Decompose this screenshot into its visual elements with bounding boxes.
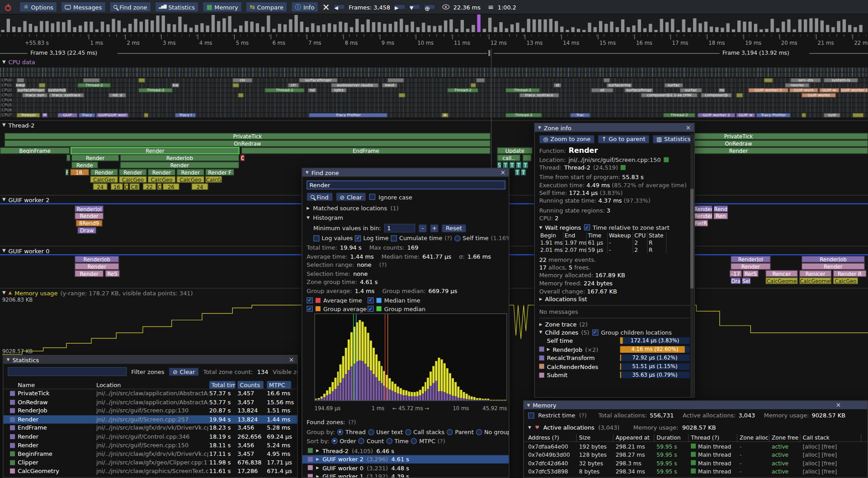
timeline-zone[interactable]: Render (148, 169, 175, 175)
timeline-zone[interactable]: 26 (163, 183, 179, 190)
cpu-zone[interactable]: Thread-2 (505, 113, 542, 118)
decrement-button[interactable]: - (419, 224, 427, 232)
frame-bar[interactable] (261, 27, 264, 32)
free-callstack-link[interactable]: [free] (820, 452, 837, 458)
collapse-icon[interactable]: ▼ (7, 357, 10, 362)
frame-bar[interactable] (488, 18, 491, 32)
column-header-address-[interactable]: Address (?) (526, 434, 577, 442)
timeline-zone[interactable]: Render (75, 263, 119, 270)
cpu-zone[interactable] (144, 113, 148, 118)
timeline-zone[interactable]: Rencer (765, 270, 797, 277)
scrollbar-thumb[interactable] (690, 189, 693, 289)
cpu-zone[interactable]: system@ (47, 88, 66, 93)
frame-bar[interactable] (632, 25, 635, 32)
frame-bar[interactable] (621, 19, 624, 32)
frame-markers[interactable]: Frame 3,193 (22.45 ms) ∥ Frame 3,194 (13… (0, 48, 868, 58)
frame-bar[interactable] (355, 19, 359, 32)
radio-call-stacks[interactable] (405, 429, 411, 435)
close-icon[interactable]: × (686, 125, 691, 131)
frame-bar[interactable] (671, 19, 674, 32)
cpu-zone[interactable]: surfacering (607, 83, 632, 88)
frame-bar[interactable] (654, 30, 657, 32)
timeline-zone[interactable]: Rende (71, 162, 98, 169)
timeline-zone[interactable]: T (521, 169, 526, 175)
frame-bar[interactable] (843, 19, 846, 32)
radio-thread[interactable] (337, 429, 343, 435)
frame-bar[interactable] (737, 21, 741, 32)
frame-bar[interactable] (333, 24, 336, 32)
cpu-zone[interactable]: rworke (785, 83, 809, 88)
cpu-data-header[interactable]: ▼CPU data (2, 58, 35, 66)
frame-bar[interactable] (809, 18, 812, 32)
frame-dropdown-button[interactable]: ▼ (409, 5, 420, 9)
frame-bar[interactable] (84, 21, 87, 32)
frame-bar[interactable] (245, 21, 248, 32)
frame-bar[interactable] (543, 19, 547, 32)
frame-bar[interactable] (433, 26, 436, 32)
timeline-zone[interactable]: C (124, 183, 128, 190)
frame-bar[interactable] (577, 29, 580, 32)
cpu-zone[interactable]: composer@ (701, 93, 732, 98)
cpu-zone[interactable]: Thread-2 (264, 88, 304, 93)
matched-locations-row[interactable]: ▶ Matched source locations (1) (302, 205, 509, 212)
ignore-case-checkbox[interactable] (369, 194, 375, 200)
frame-bar[interactable] (510, 24, 514, 32)
cpu-zone[interactable] (802, 113, 806, 118)
thread-header-guif-worker-2[interactable]: ▼GUIF worker 2 (2, 196, 49, 203)
frame-bar[interactable] (649, 24, 652, 32)
close-icon[interactable]: × (836, 402, 841, 408)
cpu-zone[interactable]: Trac (570, 113, 590, 118)
frame-bar[interactable] (217, 21, 220, 32)
frame-bar[interactable] (743, 22, 746, 32)
frame-bar[interactable] (527, 19, 530, 32)
table-row[interactable]: Renderjni/../jni/src/guif/Screen.cpp:257… (3, 415, 297, 424)
timeline-zone[interactable]: Render (75, 270, 104, 277)
find-zone-button[interactable]: Find zone (109, 2, 151, 12)
cpu-zone[interactable]: tracy_syn (22, 93, 47, 98)
frame-bar[interactable] (831, 27, 835, 32)
frame-bar[interactable] (7, 19, 10, 32)
frame-bar[interactable] (389, 24, 392, 32)
radio-mtpc[interactable] (411, 438, 417, 444)
frame-bar[interactable] (322, 24, 326, 32)
frame-bar[interactable] (73, 27, 76, 32)
timeline-zone[interactable]: CalcGeo (177, 176, 204, 183)
tools-icon[interactable] (322, 3, 330, 11)
frame-bar[interactable] (283, 24, 287, 32)
frame-bar[interactable] (610, 22, 613, 32)
frame-bar[interactable] (250, 22, 253, 32)
radio-parent[interactable] (447, 429, 453, 435)
close-icon[interactable]: × (289, 357, 294, 363)
frame-bar[interactable] (604, 24, 608, 32)
cpu-zone[interactable] (471, 83, 476, 88)
frame-bar[interactable] (449, 19, 453, 32)
cpu-zone[interactable]: GUIF-w (819, 88, 839, 93)
frame-bar[interactable] (101, 22, 104, 32)
cpu-zone[interactable] (232, 83, 239, 88)
allocations-list-row[interactable]: ▶Allocations list (539, 295, 690, 303)
cpu-zone[interactable]: audioserver /audio (331, 83, 378, 88)
free-callstack-link[interactable]: [free] (820, 460, 837, 466)
timeline-zone[interactable]: 22 (143, 183, 156, 190)
timeline-zone[interactable]: RenderJob (75, 256, 119, 263)
collapse-icon[interactable]: ▼ (538, 125, 541, 130)
found-zone-row[interactable]: ▶GUIF worker 0(3,231)4.48 s (302, 464, 509, 472)
frame-bar[interactable] (660, 19, 663, 32)
frame-bar[interactable] (400, 19, 403, 32)
timeline-zone[interactable]: RerS (743, 270, 758, 277)
alloc-callstack-link[interactable]: [alloc] (803, 460, 820, 466)
timeline-zone[interactable]: Render (802, 263, 865, 270)
group-children-checkbox[interactable]: ✓ (592, 330, 598, 336)
frame-bar[interactable] (505, 28, 508, 32)
cpu-zone[interactable] (764, 78, 773, 83)
timeline-zone[interactable]: Render (90, 169, 118, 175)
options-button[interactable]: ☼Options (19, 2, 57, 12)
statistics-button[interactable]: ▂▅▇Statistics (155, 2, 199, 12)
frame-bar[interactable] (665, 22, 669, 32)
timeline-zone[interactable]: Draw (77, 227, 96, 234)
frame-overview-strip[interactable] (0, 14, 868, 33)
timeline-zone[interactable]: Render (119, 169, 146, 175)
go-to-parent-button[interactable]: ↑Go to parent (598, 135, 649, 143)
cpu-zone[interactable]: surfaceflinger (299, 78, 338, 83)
child-zone-row[interactable]: Self time172.14 µs (3.83%) (539, 336, 690, 345)
